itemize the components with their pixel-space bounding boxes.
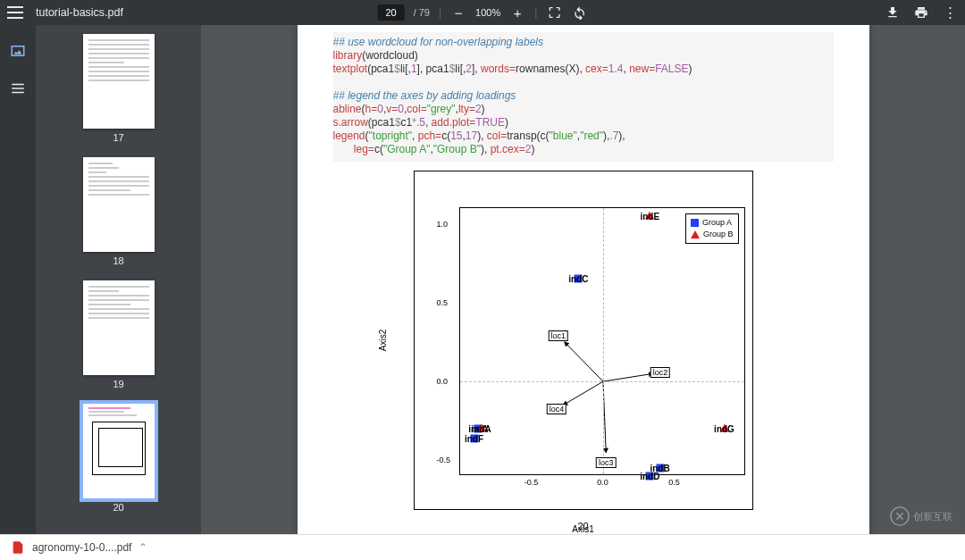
thumbnail-17[interactable]	[83, 34, 155, 129]
rotate-button[interactable]	[571, 4, 587, 21]
svg-line-3	[563, 381, 603, 405]
svg-line-1	[603, 373, 653, 381]
page-number-input[interactable]	[378, 4, 405, 21]
total-pages-label: / 79	[414, 7, 430, 18]
watermark: 创新互联	[890, 506, 952, 526]
pdf-page: ## use wordcloud for non-overlapping lab…	[298, 25, 869, 534]
side-rail	[0, 25, 36, 534]
x-axis-label: Axis1	[572, 524, 593, 534]
outline-icon[interactable]	[10, 80, 26, 96]
svg-line-0	[564, 342, 602, 381]
y-axis-label: Axis2	[377, 330, 387, 351]
downloads-bar: agronomy-10-0....pdf ⌃	[0, 534, 965, 560]
thumbnail-panel[interactable]: 17 18 19 20	[36, 25, 201, 534]
page-controls: / 79 | − 100% + |	[378, 4, 588, 21]
chart-legend: Group A Group B	[685, 213, 739, 244]
menu-icon[interactable]	[7, 4, 23, 21]
more-menu-button[interactable]: ⋮	[942, 4, 958, 21]
download-button[interactable]	[885, 4, 901, 21]
thumbnail-label: 19	[113, 379, 123, 389]
print-button[interactable]	[913, 4, 929, 21]
thumbnail-20[interactable]	[83, 404, 155, 498]
thumbnail-label: 17	[113, 132, 123, 143]
thumbnail-19[interactable]	[83, 280, 155, 375]
zoom-in-button[interactable]: +	[509, 4, 525, 21]
pca-chart: Axis2 Group A Group B -0.50.00.51.0-0.50…	[414, 171, 753, 510]
download-chip[interactable]: agronomy-10-0....pdf ⌃	[11, 540, 147, 555]
thumbnail-18[interactable]	[83, 157, 155, 252]
document-title: tutorial-basics.pdf	[36, 6, 123, 19]
pdf-viewer-toolbar: tutorial-basics.pdf / 79 | − 100% + | ⋮	[0, 0, 965, 25]
document-view[interactable]: ## use wordcloud for non-overlapping lab…	[201, 25, 965, 534]
thumbnails-icon[interactable]	[10, 43, 26, 59]
thumbnail-label: 20	[113, 502, 123, 513]
download-filename: agronomy-10-0....pdf	[32, 541, 131, 554]
zoom-out-button[interactable]: −	[450, 4, 466, 21]
thumbnail-label: 18	[113, 255, 123, 266]
zoom-level-label: 100%	[475, 7, 500, 18]
fit-page-button[interactable]	[546, 4, 562, 21]
plot-region: Group A Group B -0.50.00.51.0-0.50.00.5l…	[459, 207, 745, 475]
code-block: ## use wordcloud for non-overlapping lab…	[333, 32, 834, 162]
